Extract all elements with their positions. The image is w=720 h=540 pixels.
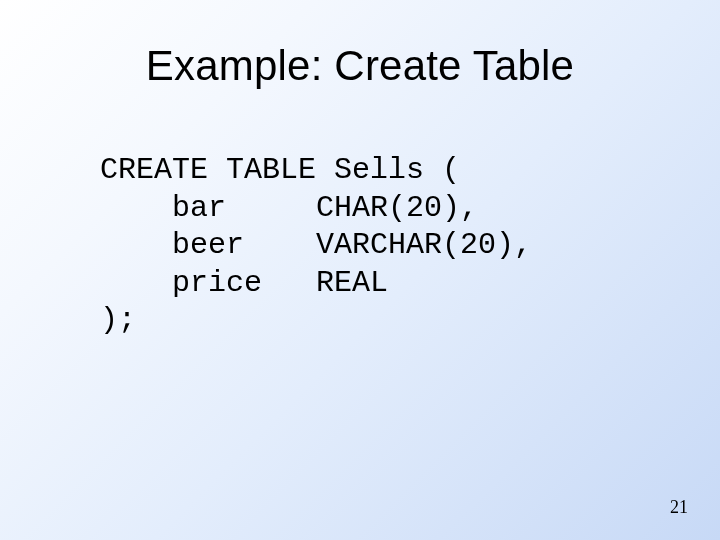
slide-title: Example: Create Table [0,42,720,90]
page-number: 21 [670,497,688,518]
slide: Example: Create Table CREATE TABLE Sells… [0,0,720,540]
code-block: CREATE TABLE Sells ( bar CHAR(20), beer … [100,152,532,340]
